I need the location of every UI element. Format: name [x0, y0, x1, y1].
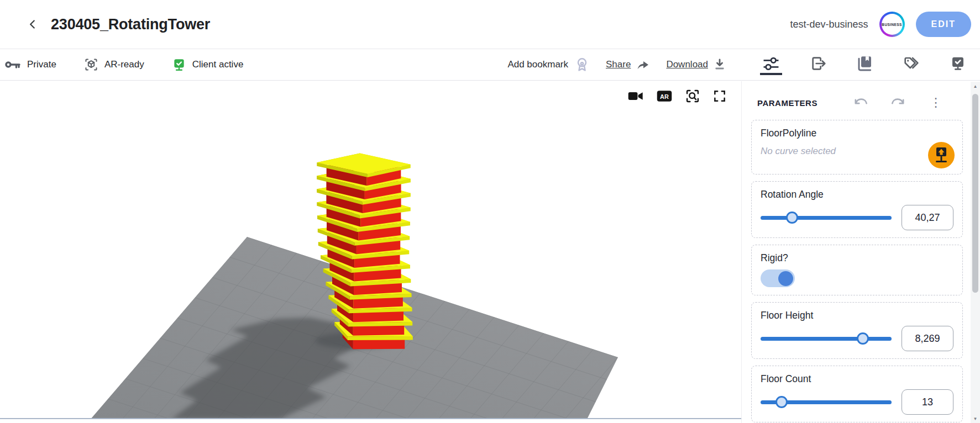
chevron-left-icon [25, 17, 40, 31]
panel-scrollbar[interactable]: ▲ ▼ [971, 82, 980, 423]
parameters-panel-header: PARAMETERS ⋮ [742, 81, 971, 117]
tab-tags[interactable] [900, 54, 923, 75]
parameter-label: Rotation Angle [761, 189, 953, 200]
add-bookmark-label[interactable]: Add bookmark [507, 59, 568, 70]
parameters-sliders-icon [762, 54, 780, 73]
ar-cube-icon [84, 57, 98, 72]
slider-thumb[interactable] [786, 212, 798, 224]
download-icon[interactable] [712, 57, 727, 72]
floor-count-slider[interactable] [761, 400, 892, 404]
redo-button[interactable] [891, 95, 906, 110]
client-active-icon [172, 57, 186, 72]
tab-validation[interactable] [947, 54, 969, 75]
upload-curve-button[interactable] [928, 142, 955, 168]
bookmark-medal-icon[interactable] [574, 56, 590, 73]
floor-height-value[interactable] [902, 326, 953, 351]
ar-ready-status: AR-ready [84, 49, 144, 80]
toggle-knob [778, 271, 793, 286]
account-name: test-dev-business [790, 19, 868, 30]
zoom-focus-icon[interactable] [685, 88, 700, 104]
client-active-label: Client active [192, 59, 244, 70]
parameter-card-rotation-angle: Rotation Angle [751, 181, 963, 238]
privacy-status: Private [4, 49, 56, 80]
3d-viewport-canvas[interactable] [0, 81, 741, 423]
share-link[interactable]: Share [606, 59, 631, 70]
parameter-card-rigid: Rigid? [751, 245, 963, 295]
export-icon [809, 55, 827, 72]
parameter-label: Floor Count [761, 373, 953, 385]
floor-count-value[interactable] [902, 389, 953, 415]
ar-badge-icon[interactable]: AR [656, 89, 673, 103]
slider-thumb[interactable] [775, 396, 788, 408]
validation-icon [949, 55, 967, 72]
panel-title: PARAMETERS [757, 98, 817, 108]
slider-thumb[interactable] [857, 332, 869, 345]
tab-parameters[interactable] [760, 54, 782, 75]
parameter-card-floor-count: Floor Count [751, 366, 963, 422]
floor-height-slider[interactable] [761, 337, 892, 341]
app-header: 230405_RotatingTower test-dev-business B… [0, 0, 980, 49]
status-toolbar: Private AR-ready Client active Add bookm… [0, 49, 980, 81]
panel-tabs [742, 54, 974, 75]
rotation-angle-slider[interactable] [761, 216, 892, 220]
curve-placeholder: No curve selected [761, 146, 953, 157]
key-icon [4, 58, 21, 71]
viewport-bottom-border [0, 418, 741, 419]
edit-button[interactable]: EDIT [916, 12, 971, 37]
kebab-menu-icon[interactable]: ⋮ [930, 97, 942, 109]
back-button[interactable] [24, 16, 41, 33]
download-link[interactable]: Download [666, 59, 708, 70]
page-title: 230405_RotatingTower [51, 16, 210, 33]
tab-library[interactable] [853, 54, 876, 75]
parameter-card-floorpolyline: FloorPolyline No curve selected [751, 120, 963, 175]
parameter-label: Floor Height [761, 310, 953, 321]
undo-button[interactable] [852, 95, 868, 110]
svg-text:AR: AR [660, 93, 669, 100]
parameters-panel: PARAMETERS ⋮ [741, 81, 971, 423]
video-camera-icon[interactable] [627, 89, 644, 103]
parameter-card-floor-height: Floor Height [751, 302, 963, 359]
parameter-label: Rigid? [761, 252, 953, 264]
scrollbar-up-arrow[interactable]: ▲ [971, 82, 980, 91]
client-status: Client active [172, 49, 244, 80]
3d-viewport: AR [0, 81, 741, 423]
account-badge[interactable]: BUSINESS [879, 12, 905, 37]
privacy-label: Private [27, 59, 56, 70]
ar-ready-label: AR-ready [104, 59, 144, 70]
upload-curve-icon [933, 146, 950, 164]
scrollbar-down-arrow[interactable]: ▼ [971, 414, 980, 423]
fullscreen-icon[interactable] [712, 89, 727, 103]
viewport-toolbar: AR [627, 88, 727, 104]
rigid-toggle[interactable] [761, 269, 795, 287]
account-badge-label: BUSINESS [882, 14, 903, 35]
tags-icon [903, 55, 920, 72]
parameter-label: FloorPolyline [761, 128, 953, 139]
library-icon [856, 55, 873, 72]
rotation-angle-value[interactable] [902, 205, 953, 230]
share-arrow-icon[interactable] [635, 57, 651, 72]
tab-export[interactable] [807, 54, 829, 75]
scrollbar-thumb[interactable] [972, 94, 978, 293]
